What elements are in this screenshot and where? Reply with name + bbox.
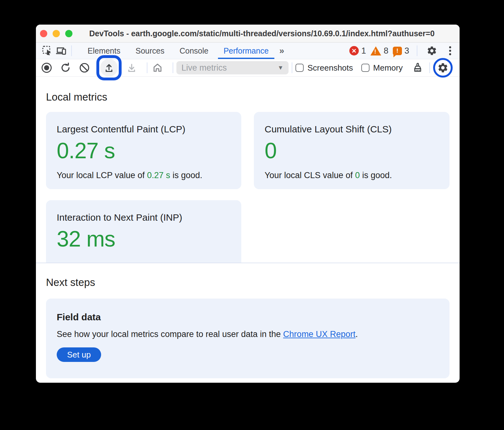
error-count: 1 bbox=[361, 46, 366, 56]
error-icon: ✕ bbox=[349, 46, 359, 55]
more-tabs-button[interactable]: » bbox=[279, 46, 283, 56]
gear-icon bbox=[427, 45, 437, 56]
clear-button[interactable] bbox=[77, 61, 91, 75]
tab-console[interactable]: Console bbox=[172, 43, 216, 59]
local-metrics-heading: Local metrics bbox=[46, 77, 450, 103]
back-home-button[interactable] bbox=[151, 61, 164, 75]
home-icon bbox=[152, 62, 163, 73]
devtools-window: DevTools - earth.google.com/static/multi… bbox=[36, 25, 460, 383]
window-title: DevTools - earth.google.com/static/multi… bbox=[36, 29, 460, 38]
load-profile-button[interactable] bbox=[100, 59, 118, 77]
kebab-menu-icon bbox=[449, 46, 451, 56]
performance-toolbar: Live metrics ▼ Screenshots Memory bbox=[36, 59, 460, 77]
field-data-description: See how your local metrics compare to re… bbox=[57, 329, 439, 339]
lcp-title: Largest Contentful Paint (LCP) bbox=[57, 124, 231, 135]
lcp-inline-value: 0.27 s bbox=[147, 171, 170, 180]
cls-inline-value: 0 bbox=[355, 171, 360, 180]
inp-title: Interaction to Next Paint (INP) bbox=[57, 212, 231, 223]
inp-value: 32 ms bbox=[57, 228, 231, 250]
field-data-title: Field data bbox=[57, 312, 439, 322]
memory-checkbox[interactable] bbox=[361, 64, 369, 72]
download-icon bbox=[127, 63, 137, 73]
capture-settings-button[interactable] bbox=[437, 62, 449, 73]
set-up-button[interactable]: Set up bbox=[57, 347, 101, 362]
cls-value: 0 bbox=[265, 140, 439, 162]
divider bbox=[147, 62, 147, 73]
errors-badge[interactable]: ✕ 1 bbox=[349, 46, 366, 56]
tab-performance[interactable]: Performance bbox=[216, 43, 276, 59]
chrome-ux-report-link[interactable]: Chrome UX Report bbox=[283, 329, 356, 339]
screenshots-toggle[interactable]: Screenshots bbox=[295, 63, 353, 73]
devtools-settings-button[interactable] bbox=[425, 44, 439, 58]
upload-annotation-highlight bbox=[96, 55, 122, 80]
minimize-window-button[interactable] bbox=[53, 30, 60, 37]
issue-icon: ! bbox=[393, 47, 402, 55]
cls-card: Cumulative Layout Shift (CLS) 0 Your loc… bbox=[254, 112, 450, 189]
devtools-menu-button[interactable] bbox=[443, 44, 457, 58]
titlebar: DevTools - earth.google.com/static/multi… bbox=[36, 25, 460, 43]
issues-badge[interactable]: ! 3 bbox=[393, 46, 409, 56]
tab-sources[interactable]: Sources bbox=[128, 43, 172, 59]
traffic-lights bbox=[40, 30, 72, 37]
lcp-value: 0.27 s bbox=[57, 140, 231, 162]
record-icon bbox=[42, 63, 52, 73]
cls-description: Your local CLS value of 0 is good. bbox=[265, 171, 439, 180]
select-arrow-icon: ▼ bbox=[278, 64, 284, 71]
collect-garbage-button[interactable] bbox=[411, 61, 425, 75]
issue-count: 3 bbox=[404, 46, 409, 56]
divider bbox=[429, 62, 430, 73]
settings-annotation-highlight bbox=[433, 58, 453, 78]
warnings-badge[interactable]: ! 8 bbox=[370, 46, 388, 56]
divider bbox=[173, 62, 173, 73]
garbage-brush-icon bbox=[412, 62, 423, 73]
live-metrics-view: Local metrics Largest Contentful Paint (… bbox=[36, 77, 460, 378]
lcp-card: Largest Contentful Paint (LCP) 0.27 s Yo… bbox=[46, 112, 241, 189]
record-button[interactable] bbox=[40, 61, 54, 75]
device-toolbar-icon bbox=[55, 45, 67, 56]
lcp-description: Your local LCP value of 0.27 s is good. bbox=[57, 171, 231, 180]
field-data-card: Field data See how your local metrics co… bbox=[46, 299, 450, 378]
inp-card: Interaction to Next Paint (INP) 32 ms bbox=[46, 200, 241, 263]
history-select[interactable]: Live metrics ▼ bbox=[176, 61, 289, 74]
close-window-button[interactable] bbox=[40, 30, 47, 37]
divider bbox=[292, 62, 292, 73]
upload-icon bbox=[104, 63, 114, 73]
save-profile-button[interactable] bbox=[125, 61, 139, 75]
inspect-icon bbox=[42, 45, 53, 56]
warning-count: 8 bbox=[384, 46, 388, 56]
toggle-device-toolbar-button[interactable] bbox=[54, 44, 68, 58]
cls-title: Cumulative Layout Shift (CLS) bbox=[265, 124, 439, 135]
gear-icon bbox=[437, 62, 449, 73]
inspect-element-button[interactable] bbox=[40, 44, 54, 58]
record-and-reload-button[interactable] bbox=[59, 61, 72, 75]
zoom-window-button[interactable] bbox=[65, 30, 72, 37]
history-select-value: Live metrics bbox=[181, 63, 227, 73]
block-icon bbox=[79, 62, 90, 73]
next-steps-heading: Next steps bbox=[46, 263, 450, 288]
divider bbox=[417, 45, 417, 56]
reload-icon bbox=[60, 62, 71, 73]
screenshots-checkbox[interactable] bbox=[295, 64, 304, 72]
memory-label: Memory bbox=[373, 63, 403, 73]
divider bbox=[71, 45, 72, 56]
screenshots-label: Screenshots bbox=[307, 63, 353, 73]
memory-toggle[interactable]: Memory bbox=[361, 63, 403, 73]
warning-icon: ! bbox=[370, 46, 381, 55]
